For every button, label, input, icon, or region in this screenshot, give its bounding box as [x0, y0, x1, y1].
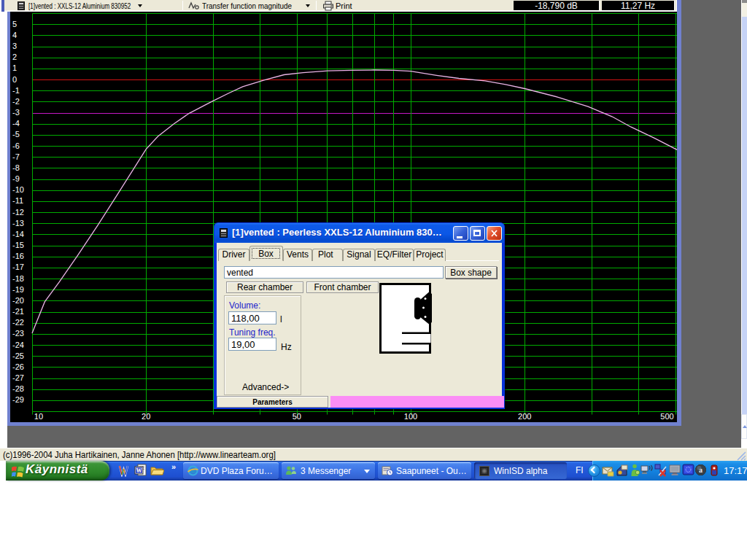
svg-text:-13: -13 [12, 219, 24, 228]
svg-text:-2: -2 [12, 97, 20, 106]
svg-text:10: 10 [34, 412, 43, 421]
svg-text:-25: -25 [12, 351, 24, 360]
svg-text:-14: -14 [12, 230, 24, 238]
svg-text:5: 5 [12, 20, 17, 28]
svg-text:20: 20 [142, 412, 150, 421]
svg-text:-16: -16 [12, 252, 24, 260]
svg-text:200: 200 [518, 412, 531, 421]
svg-text:-18: -18 [12, 274, 24, 283]
svg-text:-12: -12 [12, 208, 24, 217]
svg-text:2: 2 [12, 52, 17, 61]
svg-text:500: 500 [660, 412, 673, 421]
svg-text:-21: -21 [12, 307, 24, 316]
svg-text:1: 1 [12, 63, 17, 72]
svg-text:-4: -4 [12, 119, 20, 128]
svg-text:-19: -19 [12, 285, 24, 294]
svg-text:3: 3 [12, 42, 17, 50]
svg-text:-28: -28 [12, 384, 24, 393]
svg-text:-17: -17 [12, 262, 24, 271]
svg-text:-22: -22 [12, 318, 24, 327]
svg-text:100: 100 [404, 412, 417, 421]
svg-text:-26: -26 [12, 362, 24, 371]
svg-text:-23: -23 [12, 329, 24, 338]
svg-text:-3: -3 [12, 108, 20, 117]
svg-text:-6: -6 [12, 141, 20, 150]
svg-text:0: 0 [12, 75, 17, 84]
svg-text:-8: -8 [12, 163, 20, 172]
svg-text:-11: -11 [12, 196, 23, 205]
svg-text:-1: -1 [12, 86, 20, 95]
svg-text:-10: -10 [12, 185, 24, 194]
svg-text:-27: -27 [12, 373, 24, 382]
svg-text:-29: -29 [12, 395, 24, 404]
svg-text:a: a [699, 466, 703, 474]
svg-text:4: 4 [12, 31, 17, 39]
svg-text:W: W [136, 467, 142, 474]
svg-text:-9: -9 [12, 174, 20, 183]
svg-text:50: 50 [293, 412, 301, 421]
svg-text:-20: -20 [12, 296, 24, 305]
svg-text:-5: -5 [12, 130, 20, 139]
svg-text:-24: -24 [12, 341, 24, 349]
svg-text:-15: -15 [12, 241, 24, 249]
svg-text:-7: -7 [12, 152, 20, 161]
